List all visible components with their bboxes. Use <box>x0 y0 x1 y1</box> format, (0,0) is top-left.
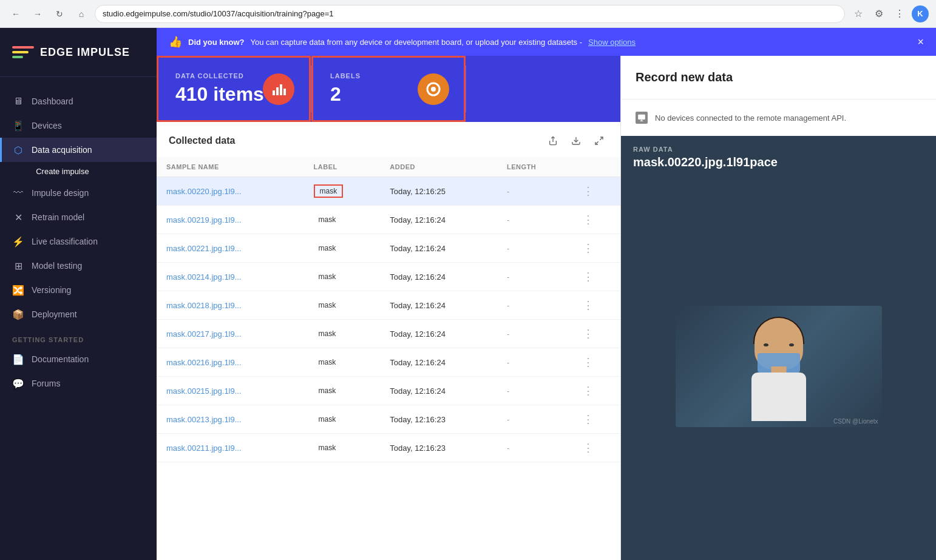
more-options-button[interactable]: ⋮ <box>583 242 594 254</box>
more-options-button[interactable]: ⋮ <box>583 185 594 197</box>
forward-button[interactable]: → <box>29 5 46 22</box>
more-options-button[interactable]: ⋮ <box>583 299 594 311</box>
share-button[interactable] <box>544 132 562 150</box>
sidebar-item-forums[interactable]: 💬 Forums <box>0 371 157 396</box>
sample-name-link[interactable]: mask.00216.jpg.1l9... <box>166 358 242 367</box>
table-row[interactable]: mask.00213.jpg.1l9... mask Today, 12:16:… <box>157 405 620 434</box>
sidebar-item-devices[interactable]: 📱 Devices <box>0 113 157 138</box>
sample-name-cell[interactable]: mask.00216.jpg.1l9... <box>157 348 304 377</box>
actions-cell[interactable]: ⋮ <box>573 434 620 462</box>
record-new-data-title: Record new data <box>636 70 921 84</box>
raw-data-label: RAW DATA <box>633 146 924 153</box>
show-options-link[interactable]: Show options <box>588 38 636 47</box>
refresh-button[interactable]: ↻ <box>51 5 68 22</box>
browser-toolbar: ☆ ⚙ ⋮ K <box>850 5 929 22</box>
actions-cell[interactable]: ⋮ <box>573 263 620 291</box>
data-toolbar <box>544 132 608 150</box>
sample-name-cell[interactable]: mask.00215.jpg.1l9... <box>157 377 304 405</box>
sample-name-link[interactable]: mask.00211.jpg.1l9... <box>166 444 242 453</box>
added-cell: Today, 12:16:24 <box>380 291 497 320</box>
label-badge: mask <box>314 214 341 225</box>
sidebar-item-data-acquisition[interactable]: ⬡ Data acquisition <box>0 138 157 162</box>
table-row[interactable]: mask.00214.jpg.1l9... mask Today, 12:16:… <box>157 263 620 291</box>
table-row[interactable]: mask.00218.jpg.1l9... mask Today, 12:16:… <box>157 291 620 320</box>
more-options-button[interactable]: ⋮ <box>583 328 594 340</box>
sidebar-item-model-testing[interactable]: ⊞ Model testing <box>0 254 157 278</box>
sidebar-item-deployment[interactable]: 📦 Deployment <box>0 302 157 326</box>
back-button[interactable]: ← <box>7 5 24 22</box>
more-options-button[interactable]: ⋮ <box>583 214 594 226</box>
svg-point-5 <box>431 87 436 92</box>
sidebar-nav: 🖥 Dashboard 📱 Devices ⬡ Data acquisition… <box>0 77 157 560</box>
sample-name-link[interactable]: mask.00214.jpg.1l9... <box>166 272 242 282</box>
data-collected-icon <box>263 73 294 105</box>
sample-name-link[interactable]: mask.00218.jpg.1l9... <box>166 301 242 310</box>
table-row[interactable]: mask.00220.jpg.1l9... mask Today, 12:16:… <box>157 177 620 206</box>
logo-text: EDGE IMPULSE <box>40 46 130 59</box>
more-options-button[interactable]: ⋮ <box>583 271 594 283</box>
actions-cell[interactable]: ⋮ <box>573 177 620 206</box>
added-cell: Today, 12:16:24 <box>380 320 497 348</box>
stat-card-extra <box>466 56 620 122</box>
device-icon <box>636 112 648 124</box>
label-cell: mask <box>304 320 381 348</box>
more-options-button[interactable]: ⋮ <box>583 385 594 397</box>
length-cell: - <box>497 263 573 291</box>
sample-name-link[interactable]: mask.00219.jpg.1l9... <box>166 215 242 224</box>
table-row[interactable]: mask.00221.jpg.1l9... mask Today, 12:16:… <box>157 234 620 263</box>
sample-name-link[interactable]: mask.00221.jpg.1l9... <box>166 244 242 253</box>
sidebar-item-live-classification[interactable]: ⚡ Live classification <box>0 229 157 254</box>
download-button[interactable] <box>567 132 585 150</box>
sidebar-item-label: Data acquisition <box>32 145 92 155</box>
col-header-sample-name: SAMPLE NAME <box>157 157 304 177</box>
sample-name-link[interactable]: mask.00215.jpg.1l9... <box>166 386 242 396</box>
user-avatar[interactable]: K <box>912 5 929 22</box>
extension-icon[interactable]: ⚙ <box>870 5 887 22</box>
svg-line-9 <box>595 141 599 144</box>
sample-name-cell[interactable]: mask.00218.jpg.1l9... <box>157 291 304 320</box>
actions-cell[interactable]: ⋮ <box>573 405 620 434</box>
more-options-button[interactable]: ⋮ <box>583 356 594 368</box>
sample-name-cell[interactable]: mask.00217.jpg.1l9... <box>157 320 304 348</box>
settings-icon[interactable]: ⋮ <box>891 5 908 22</box>
sample-name-cell[interactable]: mask.00213.jpg.1l9... <box>157 405 304 434</box>
actions-cell[interactable]: ⋮ <box>573 348 620 377</box>
table-row[interactable]: mask.00217.jpg.1l9... mask Today, 12:16:… <box>157 320 620 348</box>
label-badge: mask <box>314 184 344 198</box>
actions-cell[interactable]: ⋮ <box>573 377 620 405</box>
table-row[interactable]: mask.00216.jpg.1l9... mask Today, 12:16:… <box>157 348 620 377</box>
url-bar[interactable] <box>95 5 845 23</box>
sample-name-link[interactable]: mask.00217.jpg.1l9... <box>166 329 242 339</box>
dashboard-icon: 🖥 <box>12 95 24 107</box>
table-row[interactable]: mask.00215.jpg.1l9... mask Today, 12:16:… <box>157 377 620 405</box>
home-button[interactable]: ⌂ <box>73 5 90 22</box>
close-notification-button[interactable]: × <box>917 36 924 49</box>
sample-name-link[interactable]: mask.00220.jpg.1l9... <box>166 187 242 196</box>
person-figure <box>718 312 839 421</box>
sample-name-cell[interactable]: mask.00214.jpg.1l9... <box>157 263 304 291</box>
actions-cell[interactable]: ⋮ <box>573 234 620 263</box>
star-icon[interactable]: ☆ <box>850 5 867 22</box>
notification-message: You can capture data from any device or … <box>250 38 582 47</box>
sample-name-cell[interactable]: mask.00220.jpg.1l9... <box>157 177 304 206</box>
actions-cell[interactable]: ⋮ <box>573 320 620 348</box>
table-row[interactable]: mask.00211.jpg.1l9... mask Today, 12:16:… <box>157 434 620 462</box>
sample-name-cell[interactable]: mask.00219.jpg.1l9... <box>157 206 304 234</box>
actions-cell[interactable]: ⋮ <box>573 206 620 234</box>
sidebar-subitem-create-impulse[interactable]: Create impulse <box>0 162 157 181</box>
person-eyes <box>764 343 794 346</box>
more-options-button[interactable]: ⋮ <box>583 442 594 454</box>
expand-button[interactable] <box>590 132 608 150</box>
table-row[interactable]: mask.00219.jpg.1l9... mask Today, 12:16:… <box>157 206 620 234</box>
sidebar-item-versioning[interactable]: 🔀 Versioning <box>0 278 157 302</box>
sidebar-item-documentation[interactable]: 📄 Documentation <box>0 347 157 371</box>
sample-name-link[interactable]: mask.00213.jpg.1l9... <box>166 415 242 424</box>
sample-name-cell[interactable]: mask.00221.jpg.1l9... <box>157 234 304 263</box>
sample-name-cell[interactable]: mask.00211.jpg.1l9... <box>157 434 304 462</box>
more-options-button[interactable]: ⋮ <box>583 413 594 425</box>
sidebar-item-retrain[interactable]: ✕ Retrain model <box>0 205 157 229</box>
sidebar-item-impulse-design[interactable]: 〰 Impulse design <box>0 181 157 205</box>
actions-cell[interactable]: ⋮ <box>573 291 620 320</box>
sidebar-item-dashboard[interactable]: 🖥 Dashboard <box>0 89 157 113</box>
label-cell: mask <box>304 177 381 206</box>
